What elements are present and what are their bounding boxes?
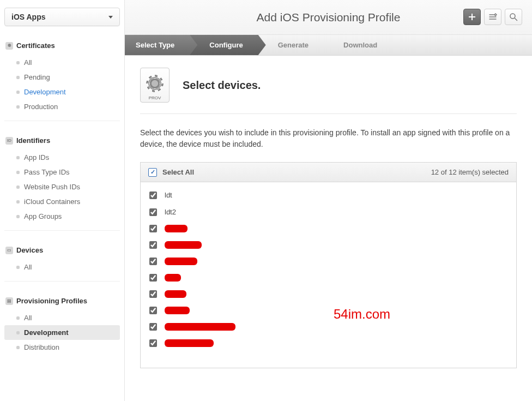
search-icon — [509, 13, 518, 21]
device-checkbox[interactable] — [149, 323, 157, 331]
description: Select the devices you wish to include i… — [140, 127, 517, 150]
platform-dropdown-label: iOS Apps — [11, 13, 46, 21]
device-checkbox[interactable] — [149, 339, 157, 347]
prov-file-badge: PROV — [149, 95, 161, 100]
redacted-name — [165, 225, 188, 232]
redacted-name — [165, 241, 202, 249]
bullet-icon — [16, 156, 20, 159]
page-title: Add iOS Provisioning Profile — [257, 11, 401, 24]
sidebar-item-label: App Groups — [24, 212, 62, 220]
device-checkbox[interactable] — [149, 191, 157, 199]
device-checkbox[interactable] — [149, 258, 157, 265]
sidebar-item[interactable]: Distribution — [4, 340, 120, 355]
sidebar-item[interactable]: Production — [4, 99, 120, 114]
device-row — [141, 319, 516, 335]
sidebar-item-label: All — [24, 314, 32, 322]
step-label: Download — [343, 41, 377, 49]
section-heading: Select devices. — [183, 79, 261, 92]
sidebar-group-title: IDIdentifiers — [4, 135, 120, 148]
sidebar-item[interactable]: iCloud Containers — [4, 194, 120, 209]
device-checkbox[interactable] — [149, 241, 157, 249]
edit-button[interactable] — [484, 9, 501, 25]
device-list[interactable]: ldtldt2 — [141, 182, 516, 368]
title-actions — [463, 9, 522, 25]
sidebar-item[interactable]: Development — [4, 325, 120, 340]
sidebar-item[interactable]: All — [4, 310, 120, 325]
sidebar-item[interactable]: All — [4, 55, 120, 70]
sidebar-group-icon: ✺ — [5, 42, 13, 50]
sidebar-item-label: Production — [24, 103, 58, 111]
device-row — [141, 237, 516, 253]
platform-dropdown[interactable]: iOS Apps — [4, 8, 120, 26]
sidebar-item-label: Development — [24, 328, 69, 337]
device-row — [141, 270, 516, 286]
sidebar-group-icon: ▤ — [5, 297, 13, 305]
select-all-label: Select All — [162, 168, 194, 176]
selection-count: 12 of 12 item(s) selected — [431, 168, 509, 176]
device-name: ldt — [165, 191, 172, 199]
sidebar-item[interactable]: Pending — [4, 70, 120, 85]
bullet-icon — [16, 171, 20, 174]
sidebar-item[interactable]: Pass Type IDs — [4, 165, 120, 179]
sidebar-group-title: ▤Provisioning Profiles — [4, 296, 120, 308]
device-checkbox[interactable] — [149, 307, 157, 314]
step[interactable]: Configure — [190, 35, 258, 55]
bullet-icon — [16, 215, 20, 218]
gear-icon — [148, 77, 161, 90]
device-checkbox[interactable] — [149, 274, 157, 282]
divider — [140, 113, 517, 114]
redacted-name — [165, 290, 186, 298]
add-button[interactable] — [463, 9, 481, 25]
device-checkbox[interactable] — [149, 290, 157, 298]
sidebar-group: IDIdentifiersApp IDsPass Type IDsWebsite… — [4, 135, 120, 224]
bullet-icon — [16, 185, 20, 189]
step[interactable]: Generate — [258, 35, 324, 55]
sidebar-item[interactable]: Website Push IDs — [4, 179, 120, 194]
sidebar-item-label: Development — [24, 88, 66, 96]
sidebar-group: ✺CertificatesAllPendingDevelopmentProduc… — [4, 40, 120, 114]
sidebar-item-label: All — [24, 58, 32, 67]
sidebar-group-icon: ▭ — [5, 247, 13, 254]
sidebar-group-label: Provisioning Profiles — [16, 297, 87, 305]
device-name: ldt2 — [165, 208, 176, 216]
svg-point-0 — [510, 14, 515, 19]
sidebar-group-icon: ID — [5, 137, 13, 145]
sidebar-item-label: iCloud Containers — [24, 197, 80, 206]
bullet-icon — [16, 200, 20, 204]
sidebar-group-title: ✺Certificates — [4, 40, 120, 53]
redacted-name — [165, 307, 190, 314]
redacted-name — [165, 323, 235, 331]
sidebar: iOS Apps ✺CertificatesAllPendingDevelopm… — [0, 0, 125, 401]
sidebar-item[interactable]: Development — [4, 85, 120, 99]
titlebar: Add iOS Provisioning Profile — [125, 0, 532, 35]
device-checkbox[interactable] — [149, 225, 157, 232]
redacted-name — [165, 274, 181, 282]
plus-icon — [468, 13, 476, 21]
divider — [4, 121, 120, 121]
device-row: ldt — [141, 187, 516, 204]
select-all-checkbox[interactable] — [148, 168, 157, 177]
content: PROV Select devices. Select the devices … — [125, 56, 532, 401]
device-row: ldt2 — [141, 204, 516, 220]
device-row — [141, 220, 516, 237]
divider — [4, 281, 120, 282]
sidebar-group: ▭DevicesAll — [4, 245, 120, 274]
search-button[interactable] — [505, 9, 522, 25]
device-row — [141, 253, 516, 270]
sidebar-item[interactable]: All — [4, 260, 120, 274]
bullet-icon — [16, 91, 20, 94]
step[interactable]: Download — [324, 35, 392, 55]
redacted-name — [165, 258, 197, 265]
device-checkbox[interactable] — [149, 208, 157, 216]
sidebar-item[interactable]: App Groups — [4, 209, 120, 224]
main: Add iOS Provisioning Profile Select Type… — [125, 0, 532, 401]
device-header: Select All 12 of 12 item(s) selected — [141, 163, 516, 182]
step-label: Configure — [209, 41, 243, 49]
sidebar-item-label: Pass Type IDs — [24, 168, 70, 176]
step-label: Select Type — [136, 41, 174, 49]
bullet-icon — [16, 331, 20, 334]
sidebar-item-label: All — [24, 263, 32, 271]
sidebar-item[interactable]: App IDs — [4, 150, 120, 165]
step[interactable]: Select Type — [125, 35, 190, 55]
prov-file-icon: PROV — [140, 68, 170, 103]
